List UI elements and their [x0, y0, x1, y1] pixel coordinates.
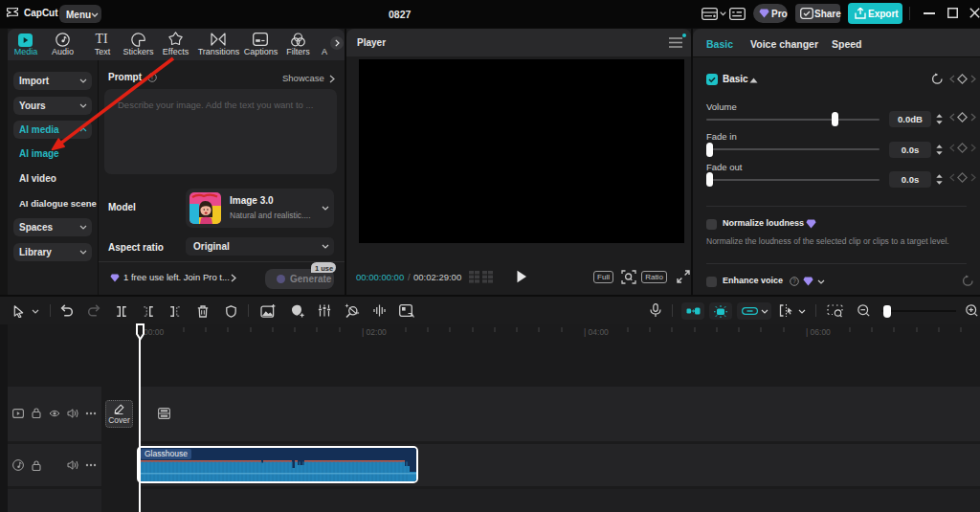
- svg-text:i: i: [151, 74, 152, 80]
- svg-text:?: ?: [792, 278, 796, 284]
